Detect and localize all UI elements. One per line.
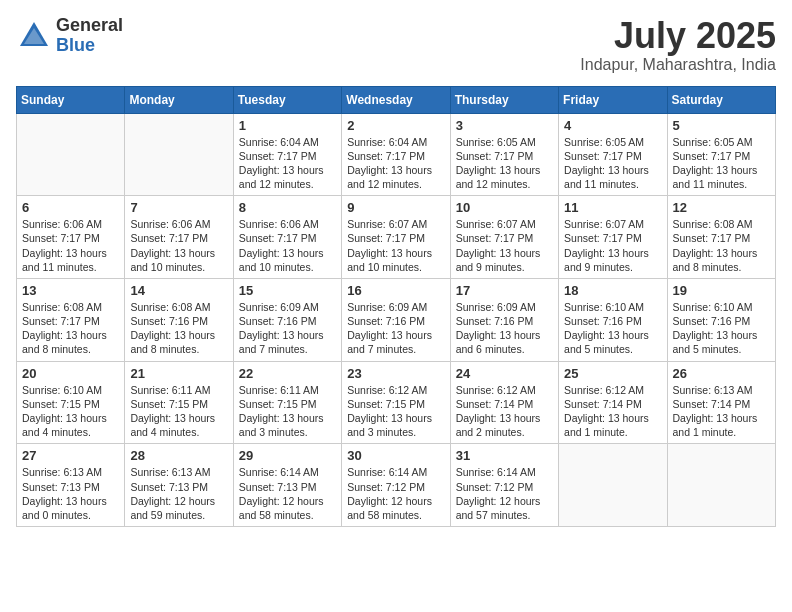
calendar-cell: 28Sunrise: 6:13 AMSunset: 7:13 PMDayligh… <box>125 444 233 527</box>
location-title: Indapur, Maharashtra, India <box>580 56 776 74</box>
calendar-week-row: 1Sunrise: 6:04 AMSunset: 7:17 PMDaylight… <box>17 113 776 196</box>
calendar-week-row: 6Sunrise: 6:06 AMSunset: 7:17 PMDaylight… <box>17 196 776 279</box>
calendar-cell: 10Sunrise: 6:07 AMSunset: 7:17 PMDayligh… <box>450 196 558 279</box>
calendar-cell: 26Sunrise: 6:13 AMSunset: 7:14 PMDayligh… <box>667 361 775 444</box>
calendar-cell: 20Sunrise: 6:10 AMSunset: 7:15 PMDayligh… <box>17 361 125 444</box>
calendar-cell: 1Sunrise: 6:04 AMSunset: 7:17 PMDaylight… <box>233 113 341 196</box>
weekday-header-tuesday: Tuesday <box>233 86 341 113</box>
day-info: Sunrise: 6:05 AMSunset: 7:17 PMDaylight:… <box>564 135 661 192</box>
day-number: 4 <box>564 118 661 133</box>
month-title: July 2025 <box>580 16 776 56</box>
day-number: 9 <box>347 200 444 215</box>
day-number: 17 <box>456 283 553 298</box>
day-info: Sunrise: 6:05 AMSunset: 7:17 PMDaylight:… <box>456 135 553 192</box>
day-info: Sunrise: 6:11 AMSunset: 7:15 PMDaylight:… <box>130 383 227 440</box>
day-number: 31 <box>456 448 553 463</box>
day-number: 22 <box>239 366 336 381</box>
day-info: Sunrise: 6:10 AMSunset: 7:16 PMDaylight:… <box>673 300 770 357</box>
day-info: Sunrise: 6:07 AMSunset: 7:17 PMDaylight:… <box>347 217 444 274</box>
calendar-cell: 16Sunrise: 6:09 AMSunset: 7:16 PMDayligh… <box>342 278 450 361</box>
day-info: Sunrise: 6:12 AMSunset: 7:14 PMDaylight:… <box>456 383 553 440</box>
day-number: 27 <box>22 448 119 463</box>
calendar-week-row: 20Sunrise: 6:10 AMSunset: 7:15 PMDayligh… <box>17 361 776 444</box>
day-number: 3 <box>456 118 553 133</box>
day-info: Sunrise: 6:07 AMSunset: 7:17 PMDaylight:… <box>456 217 553 274</box>
calendar-cell: 19Sunrise: 6:10 AMSunset: 7:16 PMDayligh… <box>667 278 775 361</box>
calendar-cell: 25Sunrise: 6:12 AMSunset: 7:14 PMDayligh… <box>559 361 667 444</box>
weekday-header-wednesday: Wednesday <box>342 86 450 113</box>
day-info: Sunrise: 6:10 AMSunset: 7:15 PMDaylight:… <box>22 383 119 440</box>
day-info: Sunrise: 6:14 AMSunset: 7:13 PMDaylight:… <box>239 465 336 522</box>
calendar-cell: 2Sunrise: 6:04 AMSunset: 7:17 PMDaylight… <box>342 113 450 196</box>
day-info: Sunrise: 6:08 AMSunset: 7:16 PMDaylight:… <box>130 300 227 357</box>
day-info: Sunrise: 6:07 AMSunset: 7:17 PMDaylight:… <box>564 217 661 274</box>
day-info: Sunrise: 6:08 AMSunset: 7:17 PMDaylight:… <box>673 217 770 274</box>
day-number: 13 <box>22 283 119 298</box>
weekday-header-thursday: Thursday <box>450 86 558 113</box>
day-number: 21 <box>130 366 227 381</box>
calendar-cell <box>17 113 125 196</box>
day-info: Sunrise: 6:12 AMSunset: 7:14 PMDaylight:… <box>564 383 661 440</box>
day-number: 6 <box>22 200 119 215</box>
calendar-cell: 14Sunrise: 6:08 AMSunset: 7:16 PMDayligh… <box>125 278 233 361</box>
day-info: Sunrise: 6:13 AMSunset: 7:13 PMDaylight:… <box>22 465 119 522</box>
day-number: 25 <box>564 366 661 381</box>
calendar-cell: 23Sunrise: 6:12 AMSunset: 7:15 PMDayligh… <box>342 361 450 444</box>
day-info: Sunrise: 6:13 AMSunset: 7:13 PMDaylight:… <box>130 465 227 522</box>
day-number: 15 <box>239 283 336 298</box>
logo-general-label: General <box>56 16 123 36</box>
logo-icon <box>16 18 52 54</box>
day-info: Sunrise: 6:09 AMSunset: 7:16 PMDaylight:… <box>347 300 444 357</box>
calendar-cell <box>125 113 233 196</box>
day-number: 23 <box>347 366 444 381</box>
day-info: Sunrise: 6:06 AMSunset: 7:17 PMDaylight:… <box>22 217 119 274</box>
day-number: 5 <box>673 118 770 133</box>
calendar-table: SundayMondayTuesdayWednesdayThursdayFrid… <box>16 86 776 527</box>
day-number: 2 <box>347 118 444 133</box>
day-number: 8 <box>239 200 336 215</box>
calendar-week-row: 27Sunrise: 6:13 AMSunset: 7:13 PMDayligh… <box>17 444 776 527</box>
logo-text: General Blue <box>56 16 123 56</box>
calendar-cell: 27Sunrise: 6:13 AMSunset: 7:13 PMDayligh… <box>17 444 125 527</box>
day-number: 14 <box>130 283 227 298</box>
day-info: Sunrise: 6:06 AMSunset: 7:17 PMDaylight:… <box>130 217 227 274</box>
weekday-header-row: SundayMondayTuesdayWednesdayThursdayFrid… <box>17 86 776 113</box>
day-info: Sunrise: 6:14 AMSunset: 7:12 PMDaylight:… <box>347 465 444 522</box>
calendar-cell <box>667 444 775 527</box>
day-number: 20 <box>22 366 119 381</box>
calendar-cell <box>559 444 667 527</box>
calendar-cell: 6Sunrise: 6:06 AMSunset: 7:17 PMDaylight… <box>17 196 125 279</box>
day-info: Sunrise: 6:09 AMSunset: 7:16 PMDaylight:… <box>456 300 553 357</box>
calendar-cell: 15Sunrise: 6:09 AMSunset: 7:16 PMDayligh… <box>233 278 341 361</box>
day-number: 16 <box>347 283 444 298</box>
day-info: Sunrise: 6:12 AMSunset: 7:15 PMDaylight:… <box>347 383 444 440</box>
day-info: Sunrise: 6:11 AMSunset: 7:15 PMDaylight:… <box>239 383 336 440</box>
day-info: Sunrise: 6:06 AMSunset: 7:17 PMDaylight:… <box>239 217 336 274</box>
day-info: Sunrise: 6:04 AMSunset: 7:17 PMDaylight:… <box>347 135 444 192</box>
calendar-cell: 3Sunrise: 6:05 AMSunset: 7:17 PMDaylight… <box>450 113 558 196</box>
calendar-cell: 12Sunrise: 6:08 AMSunset: 7:17 PMDayligh… <box>667 196 775 279</box>
calendar-cell: 13Sunrise: 6:08 AMSunset: 7:17 PMDayligh… <box>17 278 125 361</box>
logo: General Blue <box>16 16 123 56</box>
day-number: 12 <box>673 200 770 215</box>
title-block: July 2025 Indapur, Maharashtra, India <box>580 16 776 74</box>
weekday-header-monday: Monday <box>125 86 233 113</box>
day-number: 19 <box>673 283 770 298</box>
day-number: 30 <box>347 448 444 463</box>
day-number: 11 <box>564 200 661 215</box>
day-number: 10 <box>456 200 553 215</box>
page-header: General Blue July 2025 Indapur, Maharash… <box>16 16 776 74</box>
day-number: 28 <box>130 448 227 463</box>
day-info: Sunrise: 6:13 AMSunset: 7:14 PMDaylight:… <box>673 383 770 440</box>
weekday-header-saturday: Saturday <box>667 86 775 113</box>
calendar-cell: 21Sunrise: 6:11 AMSunset: 7:15 PMDayligh… <box>125 361 233 444</box>
calendar-cell: 8Sunrise: 6:06 AMSunset: 7:17 PMDaylight… <box>233 196 341 279</box>
day-number: 24 <box>456 366 553 381</box>
weekday-header-sunday: Sunday <box>17 86 125 113</box>
calendar-week-row: 13Sunrise: 6:08 AMSunset: 7:17 PMDayligh… <box>17 278 776 361</box>
day-info: Sunrise: 6:08 AMSunset: 7:17 PMDaylight:… <box>22 300 119 357</box>
logo-blue-label: Blue <box>56 36 123 56</box>
day-number: 18 <box>564 283 661 298</box>
day-info: Sunrise: 6:04 AMSunset: 7:17 PMDaylight:… <box>239 135 336 192</box>
day-info: Sunrise: 6:10 AMSunset: 7:16 PMDaylight:… <box>564 300 661 357</box>
